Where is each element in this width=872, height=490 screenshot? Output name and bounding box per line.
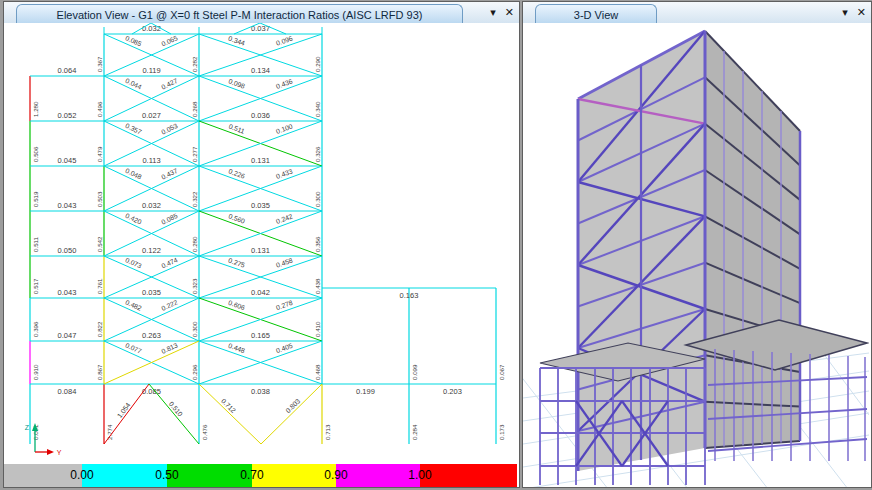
beam-ratio-label: 0.047 <box>58 331 77 340</box>
beam-ratio-label: 0.035 <box>142 288 161 297</box>
brace-ratio-label: 0.053 <box>160 122 179 136</box>
brace-ratio-label: 0.085 <box>160 212 179 226</box>
window-menu-icon[interactable]: ▾ <box>842 2 848 23</box>
view3d-title: 3-D View <box>574 9 618 21</box>
column-ratio-label: 0.173 <box>498 424 505 440</box>
beam-ratio-label: 0.131 <box>251 246 270 255</box>
column-ratio-label: 0.503 <box>96 191 103 207</box>
beam-ratio-label: 0.042 <box>251 288 270 297</box>
brace-ratio-label: 0.474 <box>160 256 179 269</box>
column-ratio-label: 0.468 <box>314 364 321 380</box>
column-ratio-label: 0.822 <box>96 321 103 337</box>
column-ratio-label: 0.300 <box>314 191 321 207</box>
frame-member[interactable] <box>104 384 149 444</box>
brace-ratio-label: 0.433 <box>275 167 294 179</box>
column-ratio-label: 0.322 <box>191 191 198 207</box>
beam-ratio-label: 0.122 <box>142 246 161 255</box>
legend-segment-0.00 <box>82 464 167 487</box>
view3d-content <box>523 23 871 487</box>
column-ratio-label: 0.282 <box>191 56 198 72</box>
view3d-tab[interactable]: 3-D View <box>535 4 657 24</box>
window-menu-icon[interactable]: ▾ <box>490 2 496 23</box>
axis-y-arrow <box>47 449 54 455</box>
elevation-tab[interactable]: Elevation View - G1 @ X=0 ft Steel P-M I… <box>16 4 463 24</box>
column-ratio-label: 0.910 <box>32 364 39 380</box>
elevation-title: Elevation View - G1 @ X=0 ft Steel P-M I… <box>57 9 423 21</box>
elevation-window: Elevation View - G1 @ X=0 ft Steel P-M I… <box>3 1 520 488</box>
brace-ratio-label: 0.482 <box>124 298 143 311</box>
close-icon[interactable]: ✕ <box>857 2 866 23</box>
beam-ratio-label: 0.027 <box>142 111 161 120</box>
brace-ratio-label: 0.436 <box>275 77 294 89</box>
legend-label: 0.00 <box>70 464 93 487</box>
beam-ratio-label: 0.203 <box>443 387 462 396</box>
column-ratio-label: 0.517 <box>32 278 39 294</box>
column-ratio-label: 0.511 <box>32 236 39 252</box>
beam-ratio-label: 0.050 <box>58 246 77 255</box>
legend-label: 0.90 <box>324 464 347 487</box>
brace-ratio-label: 0.044 <box>124 77 143 91</box>
column-ratio-label: 0.496 <box>96 101 103 117</box>
brace-ratio-label: 0.712 <box>220 397 237 414</box>
beam-ratio-label: 0.043 <box>58 201 77 210</box>
view3d-canvas[interactable] <box>523 23 869 487</box>
elevation-canvas[interactable]: 1.2800.5060.5190.5110.5170.3960.9100.001… <box>4 23 517 466</box>
column-ratio-label: 0.340 <box>314 101 321 117</box>
legend-label: 0.50 <box>155 464 178 487</box>
column-ratio-label: 0.326 <box>314 146 321 162</box>
beam-ratio-label: 0.084 <box>58 387 77 396</box>
brace-ratio-label: 0.803 <box>284 397 301 414</box>
close-icon[interactable]: ✕ <box>505 2 514 23</box>
column-ratio-label: 0.542 <box>96 236 103 252</box>
column-ratio-label: 0.099 <box>411 364 418 380</box>
frame-member[interactable] <box>149 384 199 444</box>
legend-label: 1.00 <box>408 464 431 487</box>
elevation-titlebar: Elevation View - G1 @ X=0 ft Steel P-M I… <box>4 2 519 24</box>
beam-ratio-label: 0.064 <box>58 66 77 75</box>
brace-ratio-label: 0.813 <box>160 341 179 354</box>
column-ratio-label: 0.713 <box>324 424 331 440</box>
column-ratio-label: 2.774 <box>106 424 113 440</box>
column-ratio-label: 0.519 <box>32 191 39 207</box>
brace-ratio-label: 0.098 <box>228 77 247 89</box>
brace-ratio-label: 0.073 <box>124 256 143 269</box>
beam-ratio-label: 0.038 <box>251 387 270 396</box>
brace-ratio-label: 0.085 <box>124 34 143 47</box>
beam-ratio-label: 0.032 <box>142 24 161 33</box>
beam-ratio-label: 0.113 <box>142 156 160 165</box>
column-ratio-label: 0.300 <box>191 321 198 337</box>
column-ratio-label: 0.296 <box>191 364 198 380</box>
axis-y-label: Y <box>57 449 62 456</box>
column-ratio-label: 0.284 <box>411 424 418 440</box>
column-ratio-label: 0.290 <box>314 56 321 72</box>
column-ratio-label: 1.280 <box>32 101 39 117</box>
brace-ratio-label: 0.100 <box>275 122 294 134</box>
column-ratio-label: 0.268 <box>191 101 198 117</box>
legend-segment-1.00 <box>420 464 517 487</box>
brace-ratio-label: 0.437 <box>160 167 179 181</box>
brace-ratio-label: 0.222 <box>160 298 179 311</box>
beam-ratio-label: 0.263 <box>142 331 161 340</box>
brace-ratio-label: 0.077 <box>124 341 143 354</box>
column-ratio-label: 0.761 <box>96 278 103 294</box>
beam-ratio-label: 0.134 <box>251 66 270 75</box>
view3d-titlebar: 3-D View ▾ ✕ <box>523 2 871 24</box>
beam-ratio-label: 0.032 <box>142 201 161 210</box>
column-ratio-label: 0.438 <box>314 278 321 294</box>
beam-ratio-label: 0.163 <box>400 291 419 300</box>
column-ratio-label: 0.367 <box>96 56 103 72</box>
beam-ratio-label: 0.165 <box>251 331 270 340</box>
column-ratio-label: 0.396 <box>32 321 39 337</box>
legend-segment-0.50 <box>167 464 252 487</box>
column-ratio-label: 0.067 <box>498 364 505 380</box>
column-ratio-label: 0.479 <box>96 146 103 162</box>
brace-ratio-label: 0.427 <box>160 77 179 91</box>
axis-z-label: Z <box>25 424 30 431</box>
beam-ratio-label: 0.199 <box>356 387 375 396</box>
brace-ratio-label: 0.048 <box>124 167 143 181</box>
column-ratio-label: 0.867 <box>96 364 103 380</box>
beam-ratio-label: 0.036 <box>251 111 270 120</box>
beam-ratio-label: 0.131 <box>251 156 270 165</box>
frame-member[interactable] <box>261 384 322 444</box>
brace-ratio-label: 0.226 <box>228 167 247 179</box>
